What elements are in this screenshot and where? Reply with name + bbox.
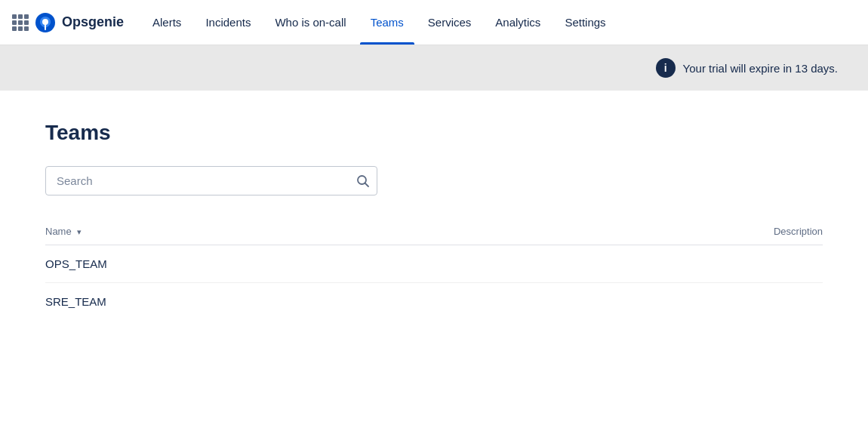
main-content: Teams Name ▾ Description xyxy=(0,91,868,350)
sort-arrow-icon: ▾ xyxy=(77,227,82,237)
nav-item-analytics[interactable]: Analytics xyxy=(485,0,551,45)
teams-table: Name ▾ Description OPS_TEAM SRE_TEAM xyxy=(45,220,823,320)
team-name-link[interactable]: SRE_TEAM xyxy=(45,295,106,308)
trial-banner-content: i Your trial will expire in 13 days. xyxy=(656,58,838,78)
nav-item-services[interactable]: Services xyxy=(417,0,482,45)
search-container xyxy=(45,166,377,195)
team-name-cell: OPS_TEAM xyxy=(45,245,512,283)
column-header-description: Description xyxy=(512,220,823,245)
column-header-name[interactable]: Name ▾ xyxy=(45,220,512,245)
nav-item-who-is-on-call[interactable]: Who is on-call xyxy=(264,0,356,45)
table-header-row: Name ▾ Description xyxy=(45,220,823,245)
nav-links: Alerts Incidents Who is on-call Teams Se… xyxy=(142,0,617,45)
svg-point-1 xyxy=(42,19,48,25)
table-header: Name ▾ Description xyxy=(45,220,823,245)
nav-item-teams[interactable]: Teams xyxy=(360,0,414,45)
team-description-cell xyxy=(512,245,823,283)
trial-message: Your trial will expire in 13 days. xyxy=(683,62,838,75)
table-body: OPS_TEAM SRE_TEAM xyxy=(45,245,823,321)
table-row: OPS_TEAM xyxy=(45,245,823,283)
search-button[interactable] xyxy=(356,174,370,188)
app-name: Opsgenie xyxy=(62,14,124,30)
team-description-cell xyxy=(512,283,823,321)
search-input[interactable] xyxy=(45,166,377,195)
logo-area: Opsgenie xyxy=(12,12,124,33)
team-name-cell: SRE_TEAM xyxy=(45,283,512,321)
team-name-link[interactable]: OPS_TEAM xyxy=(45,257,107,270)
info-icon: i xyxy=(656,58,676,78)
table-row: SRE_TEAM xyxy=(45,283,823,321)
svg-line-3 xyxy=(365,183,369,186)
grid-menu-icon[interactable] xyxy=(12,14,29,31)
nav-item-incidents[interactable]: Incidents xyxy=(195,0,261,45)
nav-item-alerts[interactable]: Alerts xyxy=(142,0,192,45)
nav-item-settings[interactable]: Settings xyxy=(554,0,616,45)
trial-banner: i Your trial will expire in 13 days. xyxy=(0,45,868,91)
opsgenie-logo-icon xyxy=(35,12,56,33)
top-nav: Opsgenie Alerts Incidents Who is on-call… xyxy=(0,0,868,45)
search-icon xyxy=(356,174,370,188)
page-title: Teams xyxy=(45,121,823,145)
